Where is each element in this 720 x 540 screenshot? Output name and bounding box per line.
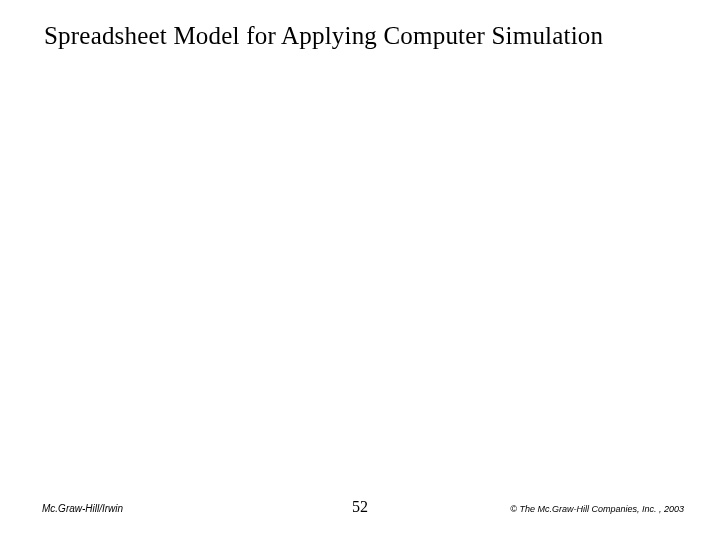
- slide: Spreadsheet Model for Applying Computer …: [0, 0, 720, 540]
- footer-copyright: © The Mc.Graw-Hill Companies, Inc. , 200…: [510, 504, 684, 514]
- slide-footer: Mc.Graw-Hill/Irwin 52 © The Mc.Graw-Hill…: [0, 494, 720, 514]
- slide-title: Spreadsheet Model for Applying Computer …: [44, 22, 700, 50]
